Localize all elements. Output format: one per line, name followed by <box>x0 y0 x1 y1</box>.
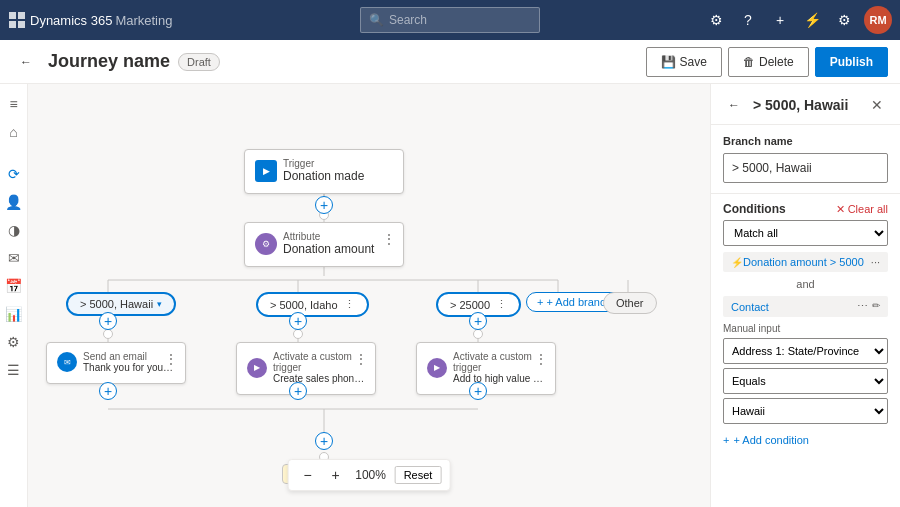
user-avatar[interactable]: RM <box>864 6 892 34</box>
condition-1: ⚡ Donation amount > 5000 ··· <box>723 252 888 272</box>
other-label: Other <box>616 297 644 309</box>
sub-header: ← Journey name Draft 💾 Save 🗑 Delete Pub… <box>0 40 900 84</box>
add-action-25000[interactable]: + <box>469 312 487 330</box>
filter-icon[interactable]: ⚡ <box>800 8 824 32</box>
sidebar-analytics[interactable]: 📊 <box>2 302 26 326</box>
back-button[interactable]: ← <box>12 48 40 76</box>
trigger1-menu[interactable]: ⋮ <box>353 351 369 367</box>
sidebar-hamburger[interactable]: ≡ <box>2 92 26 116</box>
action-email-node: ✉ Send an email Thank you for your donat… <box>46 342 186 384</box>
panel-back-button[interactable]: ← <box>723 94 745 116</box>
sidebar-home[interactable]: ⌂ <box>2 120 26 144</box>
sidebar-settings1[interactable]: ⚙ <box>2 330 26 354</box>
clear-all-button[interactable]: ✕ Clear all <box>836 203 888 216</box>
trigger2-action-icon: ▶ <box>427 358 447 378</box>
svg-rect-1 <box>18 12 25 19</box>
conditions-header: Conditions ✕ Clear all <box>711 194 900 220</box>
branch-hawaii[interactable]: > 5000, Hawaii ▾ <box>66 292 176 316</box>
equals-field-select[interactable]: Equals <box>723 368 888 394</box>
clear-all-label: Clear all <box>848 203 888 215</box>
filter-icon-small: ⚡ <box>731 257 743 268</box>
attribute-menu-button[interactable]: ⋮ <box>381 231 397 247</box>
gear-icon[interactable]: ⚙ <box>832 8 856 32</box>
zoom-reset-button[interactable]: Reset <box>395 466 442 484</box>
email-node-menu[interactable]: ⋮ <box>163 351 179 367</box>
add-action-idaho[interactable]: + <box>289 312 307 330</box>
settings-icon[interactable]: ⚙ <box>704 8 728 32</box>
add-icon[interactable]: + <box>768 8 792 32</box>
search-placeholder: Search <box>389 13 427 27</box>
address-field-select[interactable]: Address 1: State/Province <box>723 338 888 364</box>
other-branch[interactable]: Other <box>603 292 657 314</box>
add-below-trigger2[interactable]: + <box>469 382 487 400</box>
branch-hawaii-label: > 5000, Hawaii <box>80 298 153 310</box>
sidebar-settings2[interactable]: ☰ <box>2 358 26 382</box>
branch-25000-menu[interactable]: ⋮ <box>496 298 507 311</box>
circle-25000 <box>473 329 483 339</box>
trigger-name: Donation made <box>283 169 364 183</box>
contact-label[interactable]: Contact <box>731 301 769 313</box>
sidebar-events[interactable]: 📅 <box>2 274 26 298</box>
add-condition-button[interactable]: + + Add condition <box>711 428 900 452</box>
trigger1-action-icon: ▶ <box>247 358 267 378</box>
condition-1-more[interactable]: ··· <box>871 256 880 268</box>
branch-idaho[interactable]: > 5000, Idaho ⋮ <box>256 292 369 317</box>
circle-idaho <box>293 329 303 339</box>
trigger-icon: ▶ <box>255 160 277 182</box>
attribute-label: Attribute <box>283 231 374 242</box>
left-sidebar: ≡ ⌂ ⟳ 👤 ◑ ✉ 📅 📊 ⚙ ☰ <box>0 84 28 507</box>
attribute-icon: ⚙ <box>255 233 277 255</box>
conditions-title: Conditions <box>723 202 786 216</box>
app-module: Marketing <box>115 13 172 28</box>
trigger2-menu[interactable]: ⋮ <box>533 351 549 367</box>
panel-close-button[interactable]: ✕ <box>866 94 888 116</box>
zoom-in-button[interactable]: + <box>325 464 347 486</box>
email-action-icon: ✉ <box>57 352 77 372</box>
match-all-select[interactable]: Match all Match any <box>723 220 888 246</box>
contact-edit-icon[interactable]: ✏ <box>872 300 880 313</box>
canvas-content: ▶ Trigger Donation made + ⚙ Attribute Do… <box>28 84 710 507</box>
trigger1-name: Create sales phone call <box>273 373 365 384</box>
publish-button[interactable]: Publish <box>815 47 888 77</box>
attribute-node: ⚙ Attribute Donation amount ⋮ <box>244 222 404 267</box>
contact-more[interactable]: ⋯ <box>857 300 868 313</box>
svg-rect-0 <box>9 12 16 19</box>
delete-icon: 🗑 <box>743 55 755 69</box>
nav-right-actions: ⚙ ? + ⚡ ⚙ RM <box>704 6 892 34</box>
panel-title: > 5000, Hawaii <box>753 97 858 113</box>
contact-actions: ⋯ ✏ <box>857 300 880 313</box>
add-after-trigger[interactable]: + <box>315 196 333 214</box>
branch-idaho-menu[interactable]: ⋮ <box>344 298 355 311</box>
save-button[interactable]: 💾 Save <box>646 47 722 77</box>
help-icon[interactable]: ? <box>736 8 760 32</box>
zoom-out-button[interactable]: − <box>297 464 319 486</box>
sidebar-journeys[interactable]: ⟳ <box>2 162 26 186</box>
sidebar-segments[interactable]: ◑ <box>2 218 26 242</box>
branch-25000-label: > 25000 <box>450 299 490 311</box>
branch-name-input[interactable] <box>723 153 888 183</box>
sidebar-emails[interactable]: ✉ <box>2 246 26 270</box>
add-action-hawaii[interactable]: + <box>99 312 117 330</box>
value-field-select[interactable]: Hawaii <box>723 398 888 424</box>
search-box[interactable]: 🔍 Search <box>360 7 540 33</box>
add-branch-label: + Add branch <box>546 296 611 308</box>
add-below-email[interactable]: + <box>99 382 117 400</box>
save-icon: 💾 <box>661 55 676 69</box>
journey-canvas: ▶ Trigger Donation made + ⚙ Attribute Do… <box>28 84 710 507</box>
delete-button[interactable]: 🗑 Delete <box>728 47 809 77</box>
attribute-name: Donation amount <box>283 242 374 256</box>
add-below-trigger1[interactable]: + <box>289 382 307 400</box>
add-condition-label: + Add condition <box>733 434 809 446</box>
svg-rect-3 <box>18 21 25 28</box>
trigger1-label: Activate a custom trigger <box>273 351 365 373</box>
branch-name-section: Branch name <box>711 125 900 194</box>
panel-header: ← > 5000, Hawaii ✕ <box>711 84 900 125</box>
zoom-level-display: 100% <box>353 468 389 482</box>
manual-input-label: Manual input <box>711 321 900 336</box>
condition-1-link[interactable]: Donation amount > 5000 <box>743 256 864 268</box>
add-condition-icon: + <box>723 434 729 446</box>
svg-rect-2 <box>9 21 16 28</box>
add-before-exit[interactable]: + <box>315 432 333 450</box>
sidebar-contacts[interactable]: 👤 <box>2 190 26 214</box>
circle-hawaii <box>103 329 113 339</box>
